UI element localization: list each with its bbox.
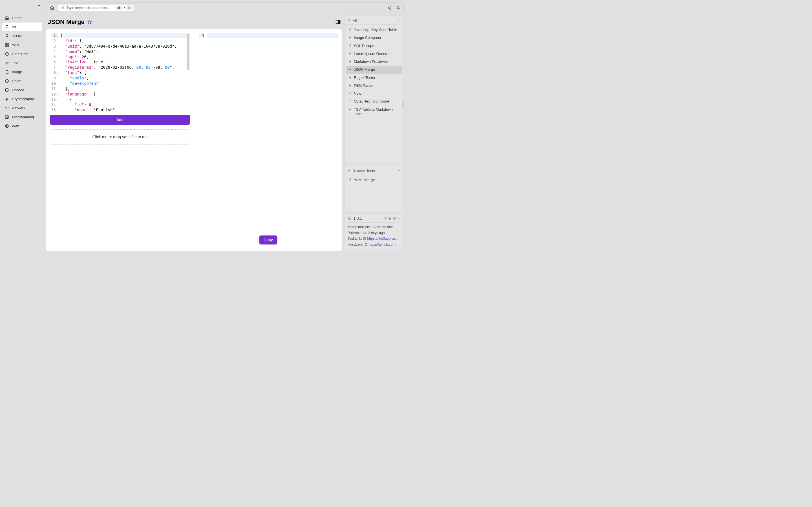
- sidebar-item-label: Home: [12, 16, 22, 20]
- globe-icon: [388, 217, 392, 220]
- bell-icon: [349, 67, 352, 71]
- rail-scrollbar-thumb[interactable]: [402, 101, 404, 108]
- code-editor-right[interactable]: 1: [198, 32, 338, 40]
- rail-item-now[interactable]: Now: [346, 90, 402, 98]
- plug-icon: [384, 217, 387, 220]
- editor-right: 1 Copy: [194, 32, 342, 248]
- sidebar-item-label: YAML: [12, 43, 21, 47]
- code-editor-left[interactable]: 1▾2345678▾9101112▾13▾1415 { "id": 1, "uu…: [50, 32, 190, 111]
- rail-item-yaml-merge[interactable]: YAML Merge: [346, 176, 402, 184]
- sidebar-item-label: Date/Time: [12, 52, 29, 56]
- sidebar-item-json[interactable]: JSON: [2, 32, 42, 40]
- sidebar-item-home[interactable]: Home: [2, 13, 42, 22]
- rail-item-markdown-previewer[interactable]: Markdown Previewer: [346, 58, 402, 66]
- sidebar-item-network[interactable]: Network: [2, 104, 42, 112]
- rail-all: All Javascript Key Code TableImage Compa…: [345, 15, 404, 163]
- svg-rect-0: [5, 43, 6, 44]
- svg-rect-3: [7, 45, 8, 46]
- rail-all-title: All: [353, 18, 357, 23]
- svg-rect-7: [5, 115, 8, 118]
- sidebar-item-text[interactable]: Text: [2, 59, 42, 67]
- rail-item-label: Javascript Key Code Table: [354, 27, 397, 32]
- bell-icon: [349, 75, 352, 79]
- favorite-icon[interactable]: [87, 20, 92, 24]
- home-button[interactable]: [49, 5, 55, 11]
- clock-icon: [4, 78, 9, 83]
- sidebar-item-date-time[interactable]: Date/Time: [2, 50, 42, 58]
- user-icon[interactable]: [396, 6, 401, 10]
- search-input[interactable]: [66, 6, 114, 10]
- sidebar-item-label: Web: [12, 124, 19, 128]
- rail-item-lorem-ipsum-generator[interactable]: Lorem Ipsum Generator: [346, 50, 402, 58]
- svg-point-9: [61, 6, 63, 9]
- svg-rect-15: [338, 20, 340, 24]
- rail-item-sql-escape[interactable]: SQL Escape: [346, 42, 402, 50]
- link-icon: [363, 237, 366, 240]
- right-rail: All Javascript Key Code TableImage Compa…: [345, 15, 404, 251]
- plug-icon: [4, 34, 9, 38]
- bell-icon: [349, 52, 352, 55]
- share-icon[interactable]: [387, 6, 392, 10]
- rail-related-header[interactable]: Related Tools: [345, 167, 403, 173]
- bell-icon: [349, 36, 352, 39]
- sidebar-item-label: Image: [12, 70, 22, 74]
- sidebar-item-image[interactable]: Image: [2, 68, 42, 76]
- panel-toggle-icon[interactable]: [336, 20, 341, 24]
- page-header: JSON Merge: [46, 15, 342, 29]
- svg-point-12: [390, 9, 391, 10]
- add-button[interactable]: Add: [50, 115, 190, 125]
- rail-item-image-comparer[interactable]: Image Comparer: [346, 34, 402, 42]
- rail-item-label: SQL Escape: [354, 44, 374, 48]
- rail-item-label: JSON Merge: [354, 67, 375, 72]
- rail-item-javascript-key-code-table[interactable]: Javascript Key Code Table: [346, 26, 402, 34]
- svg-rect-2: [5, 45, 6, 46]
- rail-item-octal-hex-to-unicode[interactable]: Octal/Hex To Unicode: [346, 98, 402, 105]
- bell-icon: [348, 19, 351, 22]
- search-box[interactable]: ⌘+K: [58, 4, 134, 11]
- bell-icon: [349, 83, 352, 87]
- bell-icon: [349, 59, 352, 63]
- sidebar: HomeAllJSONYAMLDate/TimeTextImageColorEn…: [0, 0, 44, 253]
- scrollbar-thumb[interactable]: [187, 34, 190, 70]
- info-desc: Merge multiple JSON into one: [348, 225, 401, 230]
- chevron-down-icon: [397, 169, 401, 172]
- sidebar-collapse-icon[interactable]: [37, 3, 41, 7]
- rail-item-label: Markdown Previewer: [354, 59, 388, 64]
- rail-item-json-merge[interactable]: JSON Merge: [346, 66, 402, 73]
- rail-item-label: Lorem Ipsum Generator: [354, 52, 393, 56]
- main: ⌘+K JSON Merge: [44, 0, 406, 253]
- svg-rect-1: [7, 43, 8, 44]
- rail-item-label: Regex Tester: [354, 75, 375, 80]
- sidebar-item-web[interactable]: Web: [2, 122, 42, 130]
- info-tool-link[interactable]: Tool Link: https://t.he3app.co…: [348, 236, 401, 241]
- sidebar-item-cryptography[interactable]: Cryptography: [2, 95, 42, 103]
- dropzone[interactable]: Click me or drag yaml file to me: [50, 129, 190, 145]
- chevron-down-icon: [397, 19, 401, 22]
- sidebar-item-yaml[interactable]: YAML: [2, 41, 42, 49]
- chat-icon: [364, 243, 368, 246]
- sidebar-item-label: Cryptography: [12, 97, 34, 101]
- sidebar-item-encode[interactable]: Encode: [2, 86, 42, 94]
- svg-point-18: [393, 217, 396, 219]
- sidebar-item-label: Programming: [12, 115, 34, 119]
- search-icon: [61, 6, 64, 10]
- info-feedback[interactable]: Feedback: https://github.com/…: [348, 242, 401, 247]
- square-icon: [4, 88, 9, 92]
- svg-point-10: [390, 6, 391, 7]
- info-icon: [348, 216, 352, 220]
- sidebar-item-all[interactable]: All: [2, 22, 42, 31]
- rail-all-header[interactable]: All: [345, 17, 403, 23]
- rail-item-regex-tester[interactable]: Regex Tester: [346, 74, 402, 82]
- sidebar-item-programming[interactable]: Programming: [2, 113, 42, 121]
- wrench-icon: [348, 169, 351, 172]
- rail-item-tsv-table-to-markdown-table[interactable]: TSV Table to Markdown Table: [346, 106, 402, 118]
- sidebar-item-label: Color: [12, 79, 20, 83]
- grid-icon: [4, 43, 9, 47]
- copy-button[interactable]: Copy: [259, 235, 277, 244]
- bell-icon: [349, 91, 352, 95]
- page-title: JSON Merge: [48, 18, 85, 25]
- bell-icon: [349, 178, 352, 181]
- sidebar-item-color[interactable]: Color: [2, 76, 42, 85]
- rail-item-pem-parser[interactable]: PEM Parser: [346, 82, 402, 90]
- sidebar-item-label: JSON: [12, 34, 22, 38]
